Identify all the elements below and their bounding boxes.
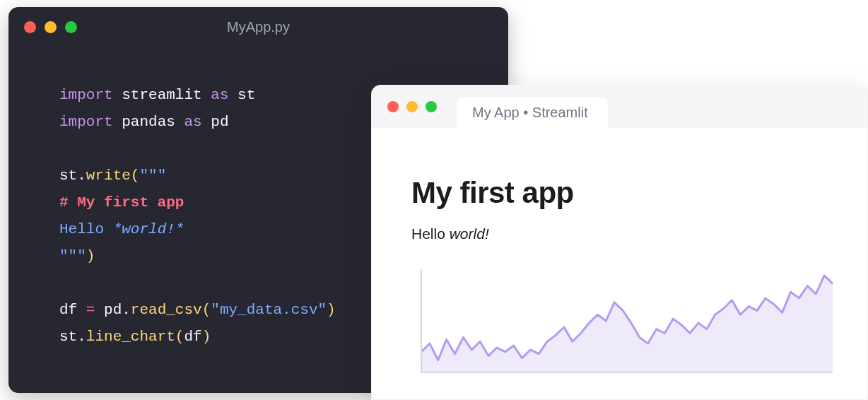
code-tok: line_chart [86, 329, 175, 345]
code-tok: """ [59, 248, 86, 264]
code-tok: # My first app [59, 194, 184, 211]
code-tok: df [184, 329, 201, 345]
code-tok: ) [202, 329, 211, 345]
code-tok: import [59, 87, 113, 103]
browser-window: My App • Streamlit My first app Hello wo… [371, 85, 868, 400]
code-tok: . [77, 329, 86, 345]
browser-traffic-lights [387, 101, 437, 112]
browser-tabbar: My App • Streamlit [372, 86, 867, 128]
code-tok: = [86, 302, 95, 318]
code-tok: *world!* [113, 221, 184, 237]
maximize-icon[interactable] [65, 21, 77, 33]
maximize-icon[interactable] [426, 101, 437, 112]
code-tok: pd [211, 114, 228, 130]
close-icon[interactable] [24, 21, 36, 33]
code-tok: ( [175, 329, 184, 345]
app-text: Hello world! [411, 225, 828, 242]
code-tok: Hello [59, 221, 113, 237]
code-tok: as [211, 87, 228, 103]
minimize-icon[interactable] [406, 101, 418, 112]
line-chart-svg [411, 266, 835, 380]
code-tok: df [59, 302, 86, 318]
code-tok: ) [327, 302, 336, 318]
line-chart [411, 266, 835, 380]
code-tok: st [59, 329, 77, 345]
app-text-italic: world! [450, 225, 489, 242]
code-tok: "my_data.csv" [211, 302, 327, 318]
code-tok: write [86, 167, 131, 184]
close-icon[interactable] [387, 101, 399, 112]
code-tok: ) [86, 248, 95, 264]
editor-titlebar: MyApp.py [8, 7, 508, 47]
code-tok: st [59, 167, 77, 184]
browser-tab-title: My App • Streamlit [472, 105, 588, 121]
page-title: My first app [411, 176, 828, 210]
code-tok: ( [131, 167, 140, 184]
code-tok: """ [139, 167, 166, 184]
app-text-plain: Hello [411, 225, 450, 242]
browser-tab[interactable]: My App • Streamlit [457, 97, 608, 128]
editor-filename: MyApp.py [8, 19, 508, 35]
code-tok: read_csv [131, 302, 202, 318]
code-tok: import [59, 114, 113, 130]
code-tok: . [77, 167, 86, 184]
code-tok: streamlit [122, 87, 201, 103]
code-tok: st [237, 87, 255, 103]
code-tok: ( [202, 302, 211, 318]
editor-traffic-lights [24, 21, 77, 33]
code-tok: . [122, 302, 131, 318]
code-tok: pandas [122, 114, 175, 130]
code-tok: pd [95, 302, 122, 318]
browser-content: My first app Hello world! [372, 128, 867, 380]
code-tok: as [184, 114, 201, 130]
minimize-icon[interactable] [45, 21, 57, 33]
